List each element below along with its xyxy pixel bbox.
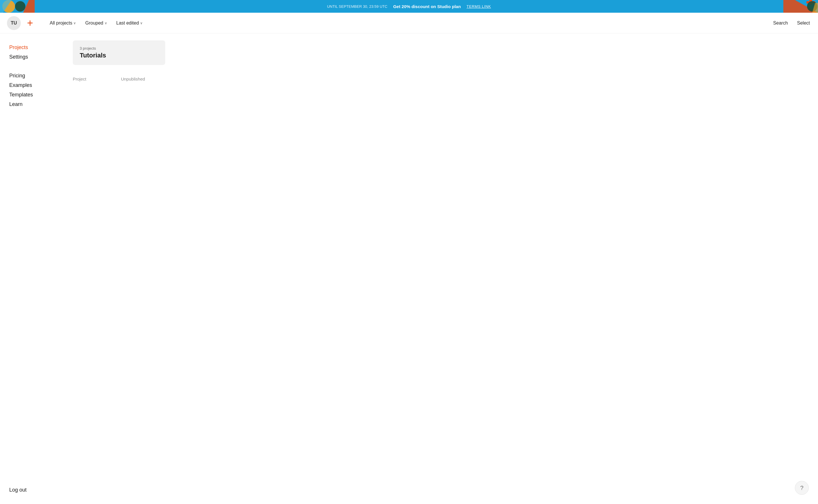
sidebar-divider — [7, 65, 57, 70]
tutorials-group-card[interactable]: 3 projects Tutorials — [73, 40, 165, 65]
nav-grouped-label: Grouped — [85, 20, 103, 26]
sidebar-item-templates[interactable]: Templates — [7, 90, 57, 100]
avatar[interactable]: TU — [7, 16, 21, 30]
group-card-name: Tutorials — [80, 52, 158, 59]
svg-point-0 — [2, 0, 15, 13]
nav-last-edited-label: Last edited — [116, 20, 139, 26]
svg-marker-4 — [783, 0, 818, 13]
sidebar-links-group: Pricing Examples Templates Learn — [7, 71, 57, 109]
new-project-button[interactable]: + — [23, 16, 37, 30]
sidebar-item-projects[interactable]: Projects — [7, 43, 57, 52]
header-actions: Search Select — [772, 18, 811, 28]
promo-terms[interactable]: TERMS LINK — [467, 4, 491, 9]
sidebar: Projects Settings Pricing Examples Templ… — [0, 33, 64, 504]
unpublished-col-label: Unpublished — [121, 76, 145, 81]
nav-last-edited[interactable]: Last edited ∨ — [113, 18, 146, 28]
svg-rect-5 — [806, 1, 815, 3]
promo-banner: UNTIL SEPTEMBER 30, 23:59 UTC Get 20% di… — [0, 0, 818, 13]
svg-rect-6 — [809, 0, 812, 5]
project-col-label: Project — [73, 76, 86, 81]
main-content: 3 projects Tutorials Project Unpublished — [64, 33, 818, 504]
sidebar-item-learn[interactable]: Learn — [7, 100, 57, 109]
logout-button[interactable]: Log out — [7, 485, 57, 495]
main-header: TU + All projects ∨ Grouped ∨ Last edite… — [0, 13, 818, 33]
project-list-header: Project Unpublished — [73, 74, 809, 84]
app-layout: Projects Settings Pricing Examples Templ… — [0, 33, 818, 504]
group-card-count: 3 projects — [80, 46, 158, 51]
sidebar-item-examples[interactable]: Examples — [7, 81, 57, 90]
sidebar-item-pricing[interactable]: Pricing — [7, 71, 57, 81]
help-button[interactable]: ? — [795, 481, 809, 495]
nav-all-projects-chevron: ∨ — [73, 21, 76, 25]
svg-marker-3 — [0, 0, 12, 13]
svg-marker-8 — [812, 3, 818, 13]
help-icon: ? — [800, 485, 803, 491]
header-nav: All projects ∨ Grouped ∨ Last edited ∨ — [46, 18, 772, 28]
svg-point-7 — [807, 1, 817, 12]
sidebar-item-settings[interactable]: Settings — [7, 52, 57, 62]
svg-marker-2 — [23, 0, 35, 13]
svg-point-1 — [15, 1, 25, 12]
search-button[interactable]: Search — [772, 18, 789, 28]
promo-main: Get 20% discount on Studio plan — [393, 4, 461, 9]
nav-last-edited-chevron: ∨ — [140, 21, 143, 25]
select-button[interactable]: Select — [796, 18, 811, 28]
sidebar-main-group: Projects Settings — [7, 43, 57, 62]
corner-decoration-right — [783, 0, 818, 13]
nav-all-projects-label: All projects — [50, 20, 72, 26]
nav-all-projects[interactable]: All projects ∨ — [46, 18, 79, 28]
nav-grouped-chevron: ∨ — [105, 21, 107, 25]
plus-icon: + — [27, 18, 33, 28]
promo-until: UNTIL SEPTEMBER 30, 23:59 UTC — [327, 4, 387, 9]
corner-decoration-left — [0, 0, 35, 13]
nav-grouped[interactable]: Grouped ∨ — [82, 18, 110, 28]
